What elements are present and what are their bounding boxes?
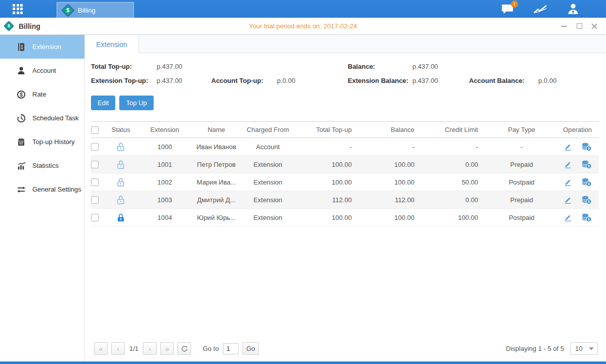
sidebar-item-topup-history[interactable]: Top-up History	[0, 130, 84, 154]
tab-extension[interactable]: Extension	[85, 35, 139, 53]
account-menu-button[interactable]	[567, 3, 580, 15]
cell-name: Дмитрий Д...	[193, 191, 240, 209]
account-balance-value: p.0.00	[538, 77, 599, 84]
user-icon	[567, 3, 580, 15]
edit-extension-button[interactable]	[564, 196, 572, 204]
sidebar-item-extension[interactable]: Extension	[0, 35, 84, 59]
edit-extension-button[interactable]	[564, 213, 572, 222]
total-topup-value: p.437.00	[157, 63, 211, 70]
sidebar-item-label: Extension	[32, 43, 61, 51]
top-up-extension-button[interactable]: $	[581, 177, 591, 187]
sidebar-item-statistics[interactable]: Statistics	[0, 154, 84, 177]
top-up-button[interactable]: Top Up	[119, 96, 153, 110]
page-size-select[interactable]: 10	[570, 342, 598, 355]
sidebar-item-account[interactable]: Account	[0, 59, 84, 82]
reports-button[interactable]	[533, 4, 547, 15]
top-up-extension-button[interactable]: $	[581, 160, 591, 169]
cell-name: Юрий Юрь...	[193, 209, 240, 226]
app-launcher-button[interactable]	[0, 4, 35, 14]
pagination-bar: « ‹ 1/1 › » Go to Go Displaying 1 - 5 of…	[91, 342, 599, 361]
app-tab-billing[interactable]: $ Billing	[57, 2, 134, 18]
coins-icon: $	[581, 177, 591, 187]
select-all-checkbox[interactable]	[91, 126, 99, 134]
coins-icon: $	[581, 213, 591, 222]
sidebar-item-rate[interactable]: $ Rate	[0, 82, 84, 106]
row-checkbox[interactable]	[91, 178, 99, 186]
cell-balance: 112.00	[361, 191, 424, 209]
next-page-button[interactable]: ›	[143, 342, 157, 355]
chevron-down-icon	[589, 347, 594, 350]
cell-credit-limit: 0.00	[424, 191, 487, 209]
edit-extension-button[interactable]	[564, 143, 572, 151]
cell-name: Иван Иванов	[193, 138, 240, 156]
row-checkbox[interactable]	[91, 196, 99, 204]
last-page-button[interactable]: »	[160, 342, 174, 355]
window-diamond-icon: $	[4, 21, 14, 31]
cell-extension: 1004	[136, 209, 193, 226]
table-row: 1002 Мария Ива... Extension 100.00 100.0…	[91, 173, 599, 191]
column-header-balance: Balance	[361, 122, 424, 138]
cell-charged-from: Extension	[240, 209, 296, 226]
cell-credit-limit: 50.00	[424, 173, 487, 191]
person-icon	[17, 66, 26, 75]
top-up-extension-button[interactable]: $	[581, 195, 591, 204]
extension-table: Status Extension Name Charged From Total…	[91, 121, 599, 226]
app-grid-icon	[13, 4, 23, 14]
pencil-icon	[564, 178, 572, 187]
column-header-charged-from: Charged From	[240, 122, 296, 138]
svg-text:$: $	[588, 147, 590, 151]
sidebar-item-label: Account	[32, 67, 56, 74]
cell-total-topup: -	[296, 138, 361, 156]
column-header-name: Name	[193, 122, 240, 138]
row-checkbox[interactable]	[91, 214, 99, 221]
tab-strip: Extension	[85, 35, 606, 53]
top-up-extension-button[interactable]: $	[581, 142, 591, 151]
prev-page-button[interactable]: ‹	[111, 342, 125, 355]
balance-label: Balance:	[348, 63, 412, 70]
locked-icon[interactable]	[117, 213, 125, 222]
cell-pay-type: Prepaid	[487, 156, 556, 173]
unlocked-icon[interactable]	[117, 177, 125, 187]
goto-page-input[interactable]	[223, 343, 239, 354]
statistics-icon	[17, 161, 26, 170]
cell-pay-type: Postpaid	[487, 209, 556, 226]
total-topup-label: Total Top-up:	[91, 63, 157, 70]
sidebar-item-label: Rate	[32, 90, 46, 98]
sidebar-item-general-settings[interactable]: General Settings	[0, 177, 84, 201]
edit-extension-button[interactable]	[564, 160, 572, 169]
sliders-icon	[17, 185, 26, 194]
close-button[interactable]	[591, 23, 598, 30]
unlocked-icon[interactable]	[117, 195, 125, 205]
maximize-button[interactable]	[576, 23, 583, 30]
unlocked-icon[interactable]	[117, 142, 125, 152]
notification-badge: !	[511, 1, 518, 8]
column-header-total-topup: Total Top-up	[296, 122, 361, 138]
extension-table-body: 1000 Иван Иванов Account - - - - $ 1001 …	[91, 138, 599, 226]
unlocked-icon[interactable]	[117, 160, 125, 169]
cell-charged-from: Extension	[240, 173, 296, 191]
edit-extension-button[interactable]	[564, 178, 572, 187]
cell-pay-type: -	[487, 138, 556, 156]
first-page-button[interactable]: «	[94, 342, 108, 355]
row-checkbox[interactable]	[91, 161, 99, 168]
messages-button[interactable]: !	[501, 4, 514, 15]
go-button[interactable]: Go	[243, 342, 259, 355]
edit-button[interactable]: Edit	[91, 96, 115, 110]
refresh-button[interactable]	[177, 342, 191, 355]
ledger-icon	[17, 42, 26, 52]
table-header-row: Status Extension Name Charged From Total…	[91, 122, 599, 138]
table-row: 1001 Петр Петров Extension 100.00 100.00…	[91, 156, 599, 173]
cell-total-topup: 100.00	[296, 209, 361, 226]
extension-balance-value: p.437.00	[412, 77, 469, 84]
sidebar-item-scheduled-task[interactable]: Scheduled Task	[0, 106, 84, 130]
pencil-icon	[564, 160, 572, 169]
row-checkbox[interactable]	[91, 143, 99, 151]
svg-text:$: $	[588, 164, 590, 168]
minimize-button[interactable]	[561, 23, 568, 30]
column-header-pay-type: Pay Type	[487, 122, 556, 138]
svg-text:$: $	[588, 200, 590, 204]
refresh-icon	[181, 345, 188, 352]
cell-balance: -	[361, 138, 424, 156]
coins-icon: $	[581, 160, 591, 169]
top-up-extension-button[interactable]: $	[581, 213, 591, 222]
